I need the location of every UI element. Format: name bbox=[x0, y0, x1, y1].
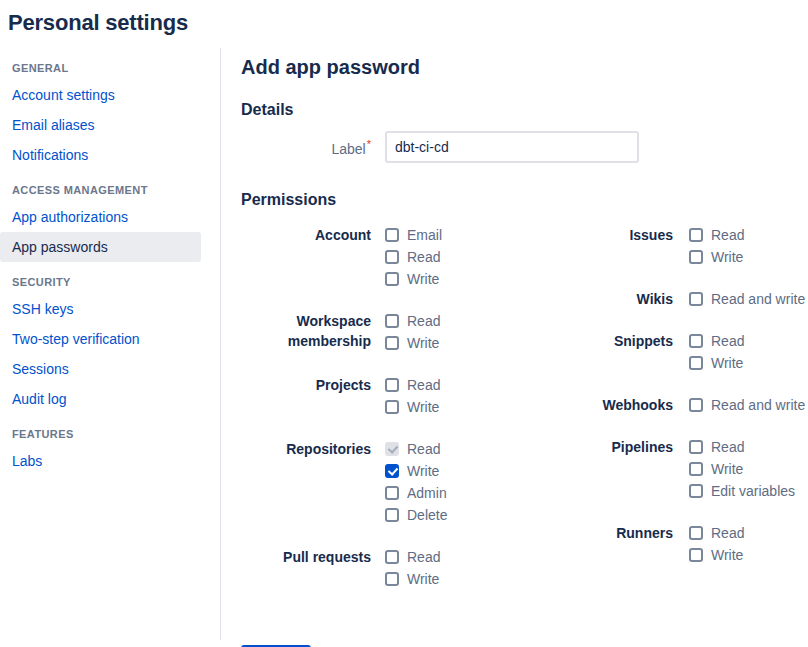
option-workspace-membership-read[interactable]: Read bbox=[385, 311, 440, 331]
sidebar-item-app-passwords[interactable]: App passwords bbox=[0, 232, 201, 262]
checkbox-account-email[interactable] bbox=[385, 228, 399, 242]
checkbox-label: Read bbox=[407, 375, 440, 395]
option-runners-write[interactable]: Write bbox=[689, 545, 744, 565]
permission-group-workspace-membership: Workspace membership Read Write bbox=[241, 311, 561, 355]
checkbox-label: Delete bbox=[407, 505, 447, 525]
options: Read Write Edit variables bbox=[689, 437, 795, 503]
checkbox-label: Read bbox=[407, 247, 440, 267]
option-account-email[interactable]: Email bbox=[385, 225, 442, 245]
option-repositories-admin[interactable]: Admin bbox=[385, 483, 447, 503]
checkbox-pull-requests-read[interactable] bbox=[385, 550, 399, 564]
layout: GENERAL Account settings Email aliases N… bbox=[0, 48, 808, 640]
label-input[interactable] bbox=[385, 131, 639, 163]
option-account-write[interactable]: Write bbox=[385, 269, 442, 289]
checkbox-pipelines-edit-variables[interactable] bbox=[689, 484, 703, 498]
group-label-pipelines: Pipelines bbox=[561, 437, 689, 457]
sidebar-item-two-step-verification[interactable]: Two-step verification bbox=[0, 324, 201, 354]
checkbox-label: Read bbox=[711, 523, 744, 543]
sidebar-item-ssh-keys[interactable]: SSH keys bbox=[0, 294, 201, 324]
group-label-account: Account bbox=[241, 225, 385, 245]
checkbox-repositories-delete[interactable] bbox=[385, 508, 399, 522]
options: Read and write bbox=[689, 395, 805, 417]
option-pull-requests-write[interactable]: Write bbox=[385, 569, 440, 589]
option-pipelines-read[interactable]: Read bbox=[689, 437, 795, 457]
checkbox-label: Write bbox=[711, 545, 743, 565]
checkbox-account-read[interactable] bbox=[385, 250, 399, 264]
label-text: Label bbox=[331, 140, 365, 156]
checkbox-repositories-read bbox=[385, 442, 399, 456]
checkbox-pipelines-write[interactable] bbox=[689, 462, 703, 476]
option-repositories-write[interactable]: Write bbox=[385, 461, 447, 481]
options: Read Write Admin Delete bbox=[385, 439, 447, 527]
checkbox-runners-write[interactable] bbox=[689, 548, 703, 562]
group-label-snippets: Snippets bbox=[561, 331, 689, 351]
checkbox-runners-read[interactable] bbox=[689, 526, 703, 540]
option-runners-read[interactable]: Read bbox=[689, 523, 744, 543]
option-repositories-delete[interactable]: Delete bbox=[385, 505, 447, 525]
options: Read and write bbox=[689, 289, 805, 311]
permissions-column-right: Issues Read Write Wikis bbox=[561, 225, 808, 611]
details-heading: Details bbox=[241, 101, 808, 119]
sidebar-section-general: GENERAL bbox=[12, 62, 220, 74]
checkbox-wikis-read-and-write[interactable] bbox=[689, 292, 703, 306]
permission-group-snippets: Snippets Read Write bbox=[561, 331, 808, 375]
permission-group-runners: Runners Read Write bbox=[561, 523, 808, 567]
checkbox-label: Write bbox=[407, 397, 439, 417]
sidebar-item-sessions[interactable]: Sessions bbox=[0, 354, 201, 384]
checkbox-pull-requests-write[interactable] bbox=[385, 572, 399, 586]
checkbox-repositories-admin[interactable] bbox=[385, 486, 399, 500]
checkbox-label: Write bbox=[711, 247, 743, 267]
option-snippets-write[interactable]: Write bbox=[689, 353, 744, 373]
group-label-wikis: Wikis bbox=[561, 289, 689, 309]
option-repositories-read: Read bbox=[385, 439, 447, 459]
option-webhooks-read-and-write[interactable]: Read and write bbox=[689, 395, 805, 415]
checkbox-issues-write[interactable] bbox=[689, 250, 703, 264]
checkbox-snippets-write[interactable] bbox=[689, 356, 703, 370]
checkbox-label: Read bbox=[711, 331, 744, 351]
checkbox-label: Read bbox=[407, 311, 440, 331]
option-account-read[interactable]: Read bbox=[385, 247, 442, 267]
checkbox-workspace-membership-read[interactable] bbox=[385, 314, 399, 328]
option-pull-requests-read[interactable]: Read bbox=[385, 547, 440, 567]
sidebar-item-notifications[interactable]: Notifications bbox=[0, 140, 201, 170]
option-pipelines-edit-variables[interactable]: Edit variables bbox=[689, 481, 795, 501]
checkbox-label: Read bbox=[711, 437, 744, 457]
option-wikis-read-and-write[interactable]: Read and write bbox=[689, 289, 805, 309]
option-workspace-membership-write[interactable]: Write bbox=[385, 333, 440, 353]
sidebar-item-account-settings[interactable]: Account settings bbox=[0, 80, 201, 110]
checkbox-projects-read[interactable] bbox=[385, 378, 399, 392]
options: Email Read Write bbox=[385, 225, 442, 291]
checkbox-workspace-membership-write[interactable] bbox=[385, 336, 399, 350]
option-pipelines-write[interactable]: Write bbox=[689, 459, 795, 479]
options: Read Write bbox=[385, 375, 440, 419]
checkbox-projects-write[interactable] bbox=[385, 400, 399, 414]
main-content: Add app password Details Label* Permissi… bbox=[221, 48, 808, 640]
sidebar-item-labs[interactable]: Labs bbox=[0, 446, 201, 476]
sidebar-item-audit-log[interactable]: Audit log bbox=[0, 384, 201, 414]
checkbox-pipelines-read[interactable] bbox=[689, 440, 703, 454]
form-title: Add app password bbox=[241, 56, 808, 79]
permission-group-webhooks: Webhooks Read and write bbox=[561, 395, 808, 417]
option-issues-read[interactable]: Read bbox=[689, 225, 744, 245]
sidebar-item-app-authorizations[interactable]: App authorizations bbox=[0, 202, 201, 232]
checkbox-account-write[interactable] bbox=[385, 272, 399, 286]
option-snippets-read[interactable]: Read bbox=[689, 331, 744, 351]
group-label-issues: Issues bbox=[561, 225, 689, 245]
options: Read Write bbox=[385, 311, 440, 355]
checkbox-webhooks-read-and-write[interactable] bbox=[689, 398, 703, 412]
permission-group-pull-requests: Pull requests Read Write bbox=[241, 547, 561, 591]
checkbox-label: Write bbox=[407, 333, 439, 353]
required-marker: * bbox=[367, 138, 371, 150]
checkbox-label: Write bbox=[407, 269, 439, 289]
checkbox-label: Read and write bbox=[711, 395, 805, 415]
sidebar-item-email-aliases[interactable]: Email aliases bbox=[0, 110, 201, 140]
permissions-columns: Account Email Read Write bbox=[241, 225, 808, 611]
option-projects-read[interactable]: Read bbox=[385, 375, 440, 395]
options: Read Write bbox=[385, 547, 440, 591]
option-projects-write[interactable]: Write bbox=[385, 397, 440, 417]
checkbox-snippets-read[interactable] bbox=[689, 334, 703, 348]
checkbox-repositories-write[interactable] bbox=[385, 464, 399, 478]
checkbox-issues-read[interactable] bbox=[689, 228, 703, 242]
group-label-runners: Runners bbox=[561, 523, 689, 543]
option-issues-write[interactable]: Write bbox=[689, 247, 744, 267]
